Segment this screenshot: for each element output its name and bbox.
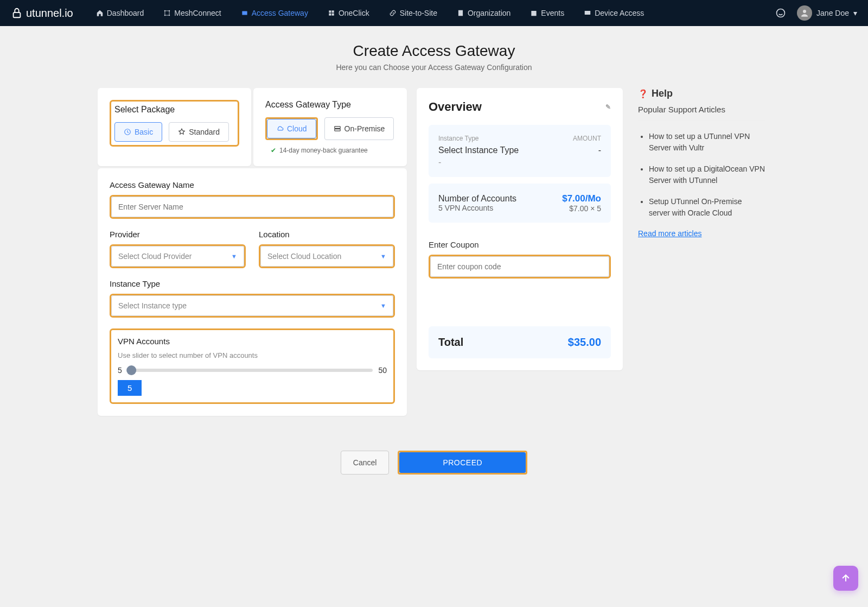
page-subtitle: Here you can Choose your Access Gateway … xyxy=(98,63,770,72)
nav-dashboard[interactable]: Dashboard xyxy=(88,0,152,26)
chevron-down-icon: ▼ xyxy=(380,302,386,309)
home-icon xyxy=(96,9,104,17)
nav-label: OneClick xyxy=(339,9,369,17)
ov-amount-label: AMOUNT xyxy=(573,135,601,142)
nav-label: Site-to-Site xyxy=(400,9,437,17)
cloud-icon xyxy=(276,125,284,132)
gateway-onprem-button[interactable]: On-Premise xyxy=(324,117,394,140)
provider-label: Provider xyxy=(110,230,246,239)
package-standard-button[interactable]: Standard xyxy=(169,122,229,142)
gateway-cloud-button[interactable]: Cloud xyxy=(267,119,316,138)
package-highlight: Select Package Basic Standard xyxy=(110,100,239,147)
read-more-link[interactable]: Read more articles xyxy=(638,229,702,238)
device-icon xyxy=(584,9,591,17)
nav-label: MeshConnect xyxy=(174,9,221,17)
link-icon xyxy=(389,9,397,17)
ov-acct-price: $7.00/Mo xyxy=(562,193,601,204)
nav-site-to-site[interactable]: Site-to-Site xyxy=(381,0,445,26)
server-icon xyxy=(334,125,341,132)
org-icon xyxy=(457,9,464,17)
check-icon: ✔ xyxy=(271,147,276,154)
svg-point-2 xyxy=(169,10,170,11)
support-icon[interactable] xyxy=(775,8,786,18)
help-icon: ❓ xyxy=(638,89,648,99)
package-basic-button[interactable]: Basic xyxy=(114,122,162,142)
guarantee-text: 14-day money-back guarantee xyxy=(279,147,368,154)
nav-oneclick[interactable]: OneClick xyxy=(320,0,377,26)
gateway-type-label: Access Gateway Type xyxy=(265,100,395,110)
cancel-button[interactable]: Cancel xyxy=(341,451,390,475)
mesh-icon xyxy=(163,9,171,17)
instance-select[interactable]: Select Instance type▼ xyxy=(111,295,393,316)
user-menu[interactable]: Jane Doe ▾ xyxy=(797,5,857,21)
events-icon xyxy=(530,9,538,17)
top-nav: utunnel.io Dashboard MeshConnect Access … xyxy=(0,0,868,26)
cloud-highlight: Cloud xyxy=(265,117,318,140)
vpn-slider[interactable] xyxy=(127,369,373,372)
ov-dash: - xyxy=(438,157,601,167)
nav-events[interactable]: Events xyxy=(522,0,572,26)
svg-point-13 xyxy=(777,9,785,17)
nav-label: Device Access xyxy=(595,9,644,17)
slider-value: 5 xyxy=(118,380,142,396)
oneclick-icon xyxy=(328,9,335,17)
nav-label: Dashboard xyxy=(107,9,144,17)
brand-name: utunnel.io xyxy=(26,7,73,20)
location-select[interactable]: Select Cloud Location▼ xyxy=(260,246,393,267)
instance-label: Instance Type xyxy=(110,279,395,288)
svg-point-4 xyxy=(169,15,170,16)
avatar-icon xyxy=(797,5,812,21)
proceed-button[interactable]: PROCEED xyxy=(399,452,526,473)
ov-acct-sub: 5 VPN Accounts xyxy=(438,204,516,212)
svg-rect-16 xyxy=(334,127,340,129)
overview-title: Overview xyxy=(429,100,482,114)
ov-acct-calc: $7.00 × 5 xyxy=(562,204,601,213)
nav-label: Organization xyxy=(468,9,510,17)
provider-select[interactable]: Select Cloud Provider▼ xyxy=(111,246,244,267)
help-article[interactable]: Setup UTunnel On-Premise server with Ora… xyxy=(649,196,765,219)
svg-rect-0 xyxy=(14,12,21,17)
svg-rect-17 xyxy=(334,129,340,131)
help-article[interactable]: How to set up a UTunnel VPN Server with … xyxy=(649,131,765,154)
svg-rect-7 xyxy=(331,10,334,12)
lock-icon xyxy=(11,7,23,19)
svg-point-1 xyxy=(164,10,165,11)
gateway-name-input[interactable] xyxy=(111,197,393,217)
nav-label: Events xyxy=(541,9,564,17)
basic-icon xyxy=(124,128,131,136)
page-title: Create Access Gateway xyxy=(98,42,770,60)
edit-icon[interactable]: ✎ xyxy=(605,103,611,111)
slider-min: 5 xyxy=(118,366,122,375)
svg-rect-8 xyxy=(329,14,331,16)
nav-meshconnect[interactable]: MeshConnect xyxy=(156,0,228,26)
slider-max: 50 xyxy=(378,366,387,375)
coupon-input[interactable] xyxy=(430,256,609,277)
vpn-highlight: VPN Accounts Use slider to select number… xyxy=(110,328,395,404)
ov-select-instance: Select Instance Type xyxy=(438,146,519,155)
total-value: $35.00 xyxy=(568,336,601,349)
gateway-icon xyxy=(241,9,248,17)
chevron-down-icon: ▼ xyxy=(231,253,237,260)
chevron-down-icon: ▼ xyxy=(380,253,386,260)
svg-rect-9 xyxy=(331,14,334,16)
user-name: Jane Doe xyxy=(816,9,849,17)
svg-point-3 xyxy=(164,15,165,16)
svg-rect-11 xyxy=(532,11,537,16)
brand-logo[interactable]: utunnel.io xyxy=(11,7,84,20)
svg-rect-12 xyxy=(585,11,591,15)
standard-icon xyxy=(178,128,186,136)
nav-device-access[interactable]: Device Access xyxy=(576,0,652,26)
nav-organization[interactable]: Organization xyxy=(449,0,518,26)
svg-rect-10 xyxy=(458,10,463,16)
help-title: Help xyxy=(652,88,673,99)
slider-thumb[interactable] xyxy=(126,365,136,375)
ov-instance-type-label: Instance Type xyxy=(438,135,479,142)
help-article[interactable]: How to set up a DigitalOcean VPN Server … xyxy=(649,163,765,186)
ov-amount-dash: - xyxy=(598,146,601,155)
chevron-down-icon: ▾ xyxy=(853,9,857,17)
nav-access-gateway[interactable]: Access Gateway xyxy=(233,0,316,26)
svg-rect-5 xyxy=(242,11,247,15)
svg-point-14 xyxy=(803,10,806,13)
package-label: Select Package xyxy=(114,105,234,115)
ov-acct-label: Number of Accounts xyxy=(438,194,516,204)
